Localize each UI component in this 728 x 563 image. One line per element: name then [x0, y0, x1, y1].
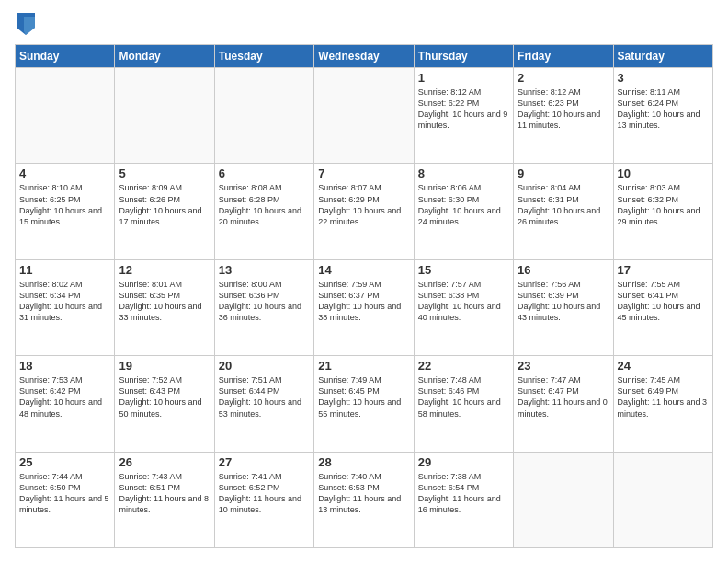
- day-info: Sunrise: 8:09 AM Sunset: 6:26 PM Dayligh…: [119, 182, 210, 227]
- calendar-cell: 26Sunrise: 7:43 AM Sunset: 6:51 PM Dayli…: [115, 452, 214, 547]
- calendar-cell: 14Sunrise: 7:59 AM Sunset: 6:37 PM Dayli…: [314, 259, 414, 355]
- calendar-cell: 17Sunrise: 7:55 AM Sunset: 6:41 PM Dayli…: [613, 259, 712, 355]
- calendar-table: SundayMondayTuesdayWednesdayThursdayFrid…: [15, 44, 713, 548]
- calendar-cell: 22Sunrise: 7:48 AM Sunset: 6:46 PM Dayli…: [414, 356, 513, 452]
- day-number: 4: [19, 167, 110, 180]
- calendar-cell: 27Sunrise: 7:41 AM Sunset: 6:52 PM Dayli…: [214, 452, 313, 547]
- calendar-cell: 5Sunrise: 8:09 AM Sunset: 6:26 PM Daylig…: [115, 164, 214, 259]
- calendar-cell: 6Sunrise: 8:08 AM Sunset: 6:28 PM Daylig…: [214, 164, 313, 259]
- calendar-cell: 7Sunrise: 8:07 AM Sunset: 6:29 PM Daylig…: [314, 164, 414, 259]
- calendar-cell: 8Sunrise: 8:06 AM Sunset: 6:30 PM Daylig…: [414, 164, 513, 259]
- calendar-cell: [115, 68, 214, 164]
- calendar-cell: 29Sunrise: 7:38 AM Sunset: 6:54 PM Dayli…: [414, 452, 513, 547]
- calendar-cell: 11Sunrise: 8:02 AM Sunset: 6:34 PM Dayli…: [16, 259, 115, 355]
- day-number: 22: [418, 359, 509, 373]
- day-info: Sunrise: 7:57 AM Sunset: 6:38 PM Dayligh…: [418, 279, 509, 324]
- calendar-cell: 28Sunrise: 7:40 AM Sunset: 6:53 PM Dayli…: [314, 452, 414, 547]
- day-info: Sunrise: 7:38 AM Sunset: 6:54 PM Dayligh…: [418, 471, 509, 516]
- day-number: 1: [418, 71, 509, 85]
- calendar-cell: [214, 68, 313, 164]
- day-number: 16: [518, 263, 609, 277]
- day-number: 21: [318, 359, 409, 373]
- day-info: Sunrise: 7:40 AM Sunset: 6:53 PM Dayligh…: [318, 471, 409, 516]
- calendar-cell: 10Sunrise: 8:03 AM Sunset: 6:32 PM Dayli…: [613, 164, 712, 259]
- calendar-cell: 15Sunrise: 7:57 AM Sunset: 6:38 PM Dayli…: [414, 259, 513, 355]
- calendar-week-row: 4Sunrise: 8:10 AM Sunset: 6:25 PM Daylig…: [16, 164, 713, 259]
- day-info: Sunrise: 8:02 AM Sunset: 6:34 PM Dayligh…: [19, 279, 110, 324]
- weekday-header: Sunday: [16, 45, 115, 68]
- logo-icon: [17, 13, 35, 35]
- day-info: Sunrise: 8:07 AM Sunset: 6:29 PM Dayligh…: [318, 182, 409, 227]
- day-info: Sunrise: 8:03 AM Sunset: 6:32 PM Dayligh…: [618, 182, 709, 227]
- calendar-cell: 19Sunrise: 7:52 AM Sunset: 6:43 PM Dayli…: [115, 356, 214, 452]
- day-info: Sunrise: 8:12 AM Sunset: 6:23 PM Dayligh…: [518, 86, 609, 132]
- weekday-header: Thursday: [414, 45, 513, 68]
- day-number: 12: [119, 263, 210, 277]
- calendar-cell: 23Sunrise: 7:47 AM Sunset: 6:47 PM Dayli…: [514, 356, 613, 452]
- calendar-week-row: 11Sunrise: 8:02 AM Sunset: 6:34 PM Dayli…: [16, 259, 713, 355]
- weekday-header: Tuesday: [214, 45, 313, 68]
- logo: [15, 15, 35, 35]
- day-number: 15: [418, 263, 509, 277]
- day-number: 7: [318, 167, 409, 180]
- calendar-cell: 25Sunrise: 7:44 AM Sunset: 6:50 PM Dayli…: [16, 452, 115, 547]
- day-number: 9: [518, 167, 609, 180]
- day-number: 28: [318, 455, 409, 469]
- day-number: 6: [219, 167, 310, 180]
- day-number: 29: [418, 455, 509, 469]
- weekday-header: Friday: [514, 45, 613, 68]
- day-number: 5: [119, 167, 210, 180]
- day-info: Sunrise: 7:51 AM Sunset: 6:44 PM Dayligh…: [219, 374, 310, 419]
- calendar-cell: 18Sunrise: 7:53 AM Sunset: 6:42 PM Dayli…: [16, 356, 115, 452]
- day-info: Sunrise: 8:08 AM Sunset: 6:28 PM Dayligh…: [219, 182, 310, 227]
- calendar-cell: 20Sunrise: 7:51 AM Sunset: 6:44 PM Dayli…: [214, 356, 313, 452]
- calendar-cell: 2Sunrise: 8:12 AM Sunset: 6:23 PM Daylig…: [514, 68, 613, 164]
- day-number: 14: [318, 263, 409, 277]
- day-info: Sunrise: 7:52 AM Sunset: 6:43 PM Dayligh…: [119, 374, 210, 419]
- day-info: Sunrise: 7:59 AM Sunset: 6:37 PM Dayligh…: [318, 279, 409, 324]
- calendar-cell: [514, 452, 613, 547]
- day-number: 25: [19, 455, 110, 469]
- day-number: 17: [618, 263, 709, 277]
- calendar-cell: 9Sunrise: 8:04 AM Sunset: 6:31 PM Daylig…: [514, 164, 613, 259]
- calendar-cell: 16Sunrise: 7:56 AM Sunset: 6:39 PM Dayli…: [514, 259, 613, 355]
- day-number: 26: [119, 455, 210, 469]
- day-info: Sunrise: 7:55 AM Sunset: 6:41 PM Dayligh…: [618, 279, 709, 324]
- page: SundayMondayTuesdayWednesdayThursdayFrid…: [0, 0, 728, 563]
- day-info: Sunrise: 8:00 AM Sunset: 6:36 PM Dayligh…: [219, 279, 310, 324]
- calendar-cell: 1Sunrise: 8:12 AM Sunset: 6:22 PM Daylig…: [414, 68, 513, 164]
- day-info: Sunrise: 8:01 AM Sunset: 6:35 PM Dayligh…: [119, 279, 210, 324]
- header: [15, 15, 713, 35]
- day-number: 27: [219, 455, 310, 469]
- calendar-cell: [613, 452, 712, 547]
- day-info: Sunrise: 7:44 AM Sunset: 6:50 PM Dayligh…: [19, 471, 110, 516]
- calendar-week-row: 18Sunrise: 7:53 AM Sunset: 6:42 PM Dayli…: [16, 356, 713, 452]
- day-info: Sunrise: 7:56 AM Sunset: 6:39 PM Dayligh…: [518, 279, 609, 324]
- calendar-cell: 4Sunrise: 8:10 AM Sunset: 6:25 PM Daylig…: [16, 164, 115, 259]
- day-info: Sunrise: 7:49 AM Sunset: 6:45 PM Dayligh…: [318, 374, 409, 419]
- day-number: 3: [618, 71, 709, 85]
- day-number: 18: [19, 359, 110, 373]
- day-number: 11: [19, 263, 110, 277]
- day-info: Sunrise: 7:48 AM Sunset: 6:46 PM Dayligh…: [418, 374, 509, 419]
- day-info: Sunrise: 8:06 AM Sunset: 6:30 PM Dayligh…: [418, 182, 509, 227]
- calendar-cell: 3Sunrise: 8:11 AM Sunset: 6:24 PM Daylig…: [613, 68, 712, 164]
- calendar-cell: [314, 68, 414, 164]
- day-info: Sunrise: 8:12 AM Sunset: 6:22 PM Dayligh…: [418, 86, 509, 132]
- day-info: Sunrise: 7:45 AM Sunset: 6:49 PM Dayligh…: [618, 374, 709, 419]
- svg-marker-1: [24, 17, 35, 35]
- weekday-header: Monday: [115, 45, 214, 68]
- logo-text: [15, 15, 35, 35]
- weekday-header: Wednesday: [314, 45, 414, 68]
- day-info: Sunrise: 8:10 AM Sunset: 6:25 PM Dayligh…: [19, 182, 110, 227]
- day-number: 13: [219, 263, 310, 277]
- day-number: 24: [618, 359, 709, 373]
- calendar-cell: 21Sunrise: 7:49 AM Sunset: 6:45 PM Dayli…: [314, 356, 414, 452]
- weekday-header: Saturday: [613, 45, 712, 68]
- day-info: Sunrise: 8:04 AM Sunset: 6:31 PM Dayligh…: [518, 182, 609, 227]
- day-number: 8: [418, 167, 509, 180]
- day-info: Sunrise: 7:43 AM Sunset: 6:51 PM Dayligh…: [119, 471, 210, 516]
- calendar-week-row: 25Sunrise: 7:44 AM Sunset: 6:50 PM Dayli…: [16, 452, 713, 547]
- calendar-week-row: 1Sunrise: 8:12 AM Sunset: 6:22 PM Daylig…: [16, 68, 713, 164]
- day-number: 10: [618, 167, 709, 180]
